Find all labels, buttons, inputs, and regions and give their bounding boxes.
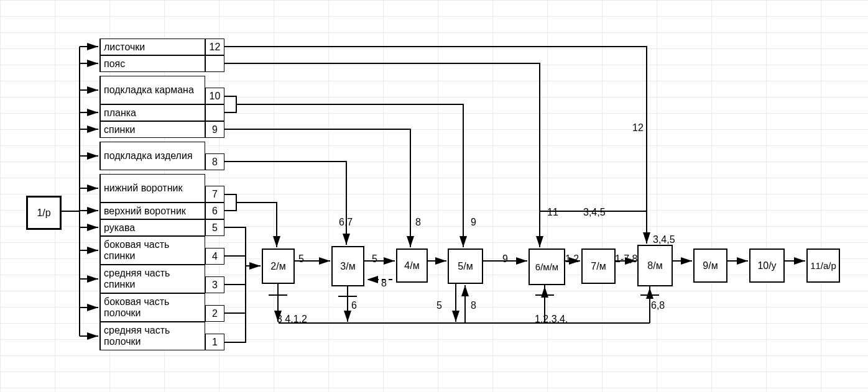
edge-label: 5: [372, 253, 377, 265]
diagram-canvas: 1/p листочки 12 пояс подкладка кармана 1…: [0, 0, 868, 392]
edge-label: 6,8: [651, 300, 665, 311]
edge-label: 5: [436, 300, 442, 311]
item-num: 12: [205, 39, 224, 55]
edge-label: 9: [471, 217, 476, 228]
item-row: подкладка изделия: [99, 142, 205, 170]
item-num: 2: [205, 305, 224, 322]
item-num: 5: [205, 219, 224, 236]
edge-label: 6: [351, 300, 357, 311]
item-row: пояс: [99, 55, 205, 72]
op-box: 9/м: [693, 248, 727, 283]
op-box: 8/м: [637, 245, 673, 286]
item-name: средняя часть спинки: [104, 268, 201, 290]
item-num: [205, 55, 224, 72]
item-row: боковая часть спинки: [99, 236, 205, 265]
item-num: 8: [205, 153, 224, 170]
item-num: 4: [205, 248, 224, 265]
item-name: пояс: [104, 58, 125, 70]
edge-label: 5: [298, 253, 304, 265]
source-label: 1/p: [37, 207, 50, 219]
item-name: планка: [104, 107, 136, 119]
item-name: рукава: [104, 222, 135, 234]
edge-label: 8: [471, 300, 476, 311]
edge-label: 1,2,3,4,: [535, 314, 568, 325]
edge-label: 1-7,8: [615, 253, 637, 265]
item-num: 6: [205, 203, 224, 219]
op-box: 5/м: [448, 248, 483, 284]
edge-label: 3,4,5: [583, 207, 606, 218]
item-name: спинки: [104, 124, 135, 135]
edge-label: 8: [381, 278, 387, 289]
item-name: листочки: [104, 42, 145, 53]
item-num: 3: [205, 276, 224, 293]
item-name: боковая часть полочки: [104, 296, 201, 319]
item-row: подкладка кармана: [99, 76, 205, 104]
item-row: средняя часть полочки: [99, 322, 205, 350]
op-box: 3/м: [331, 246, 364, 286]
item-row: нижний воротник: [99, 174, 205, 203]
op-box: 2/м: [262, 248, 295, 284]
item-name: подкладка изделия: [104, 150, 193, 162]
item-row: боковая часть полочки: [99, 293, 205, 322]
edge-label: 3,4,5: [653, 234, 675, 245]
item-num: [205, 104, 224, 121]
item-row: верхний воротник: [99, 203, 205, 219]
op-box: 4/м: [396, 248, 428, 283]
item-name: боковая часть спинки: [104, 239, 201, 262]
item-num: 1: [205, 334, 224, 350]
item-row: листочки: [99, 39, 205, 55]
source-box: 1/p: [26, 196, 62, 230]
item-row: средняя часть спинки: [99, 265, 205, 293]
item-row: спинки: [99, 121, 205, 138]
item-name: верхний воротник: [104, 206, 186, 217]
edge-label: 9: [502, 253, 508, 265]
op-box: 10/у: [749, 248, 785, 283]
item-name: средняя часть полочки: [104, 325, 201, 347]
item-row: рукава: [99, 219, 205, 236]
edge-label: 3 4,1,2: [277, 314, 307, 325]
edge-label: 8: [415, 217, 421, 228]
op-box: 6/м/м: [529, 248, 565, 285]
item-row: планка: [99, 104, 205, 121]
item-num: 9: [205, 121, 224, 138]
item-num: 7: [205, 186, 224, 203]
op-box: 7/м: [581, 248, 616, 284]
edge-label: 11: [547, 207, 558, 218]
edge-label: 6,7: [339, 217, 353, 228]
item-name: подкладка кармана: [104, 84, 194, 96]
item-num: 10: [205, 88, 224, 104]
op-box: 11/а/р: [806, 248, 840, 283]
item-name: нижний воротник: [104, 183, 182, 194]
edge-label: 1,2: [565, 253, 579, 265]
edge-label: 12: [632, 122, 644, 134]
